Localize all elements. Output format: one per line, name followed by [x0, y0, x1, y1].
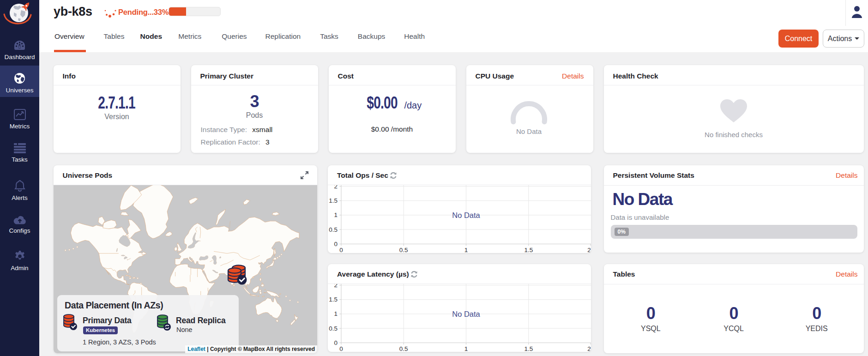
svg-text:1.5: 1.5	[329, 197, 338, 204]
svg-text:1: 1	[464, 345, 468, 352]
svg-text:2: 2	[334, 284, 338, 289]
svg-text:0: 0	[334, 339, 338, 346]
svg-text:0: 0	[339, 345, 343, 352]
svg-text:2: 2	[587, 345, 591, 352]
svg-text:0.5: 0.5	[399, 345, 408, 352]
svg-text:1: 1	[334, 211, 338, 218]
svg-text:1: 1	[334, 310, 338, 317]
svg-text:1: 1	[464, 247, 468, 253]
svg-text:2: 2	[334, 185, 338, 190]
svg-text:0: 0	[334, 240, 338, 247]
svg-text:1.5: 1.5	[524, 345, 533, 352]
svg-text:0.5: 0.5	[329, 325, 338, 332]
svg-text:No Data: No Data	[516, 127, 542, 135]
svg-text:0: 0	[339, 247, 343, 253]
svg-text:No Data: No Data	[452, 211, 480, 219]
svg-text:0.5: 0.5	[399, 247, 408, 253]
svg-text:0.5: 0.5	[329, 226, 338, 233]
svg-text:1.5: 1.5	[524, 247, 533, 253]
svg-text:No Data: No Data	[452, 310, 480, 318]
svg-text:2: 2	[587, 247, 591, 253]
svg-text:1.5: 1.5	[329, 296, 338, 303]
